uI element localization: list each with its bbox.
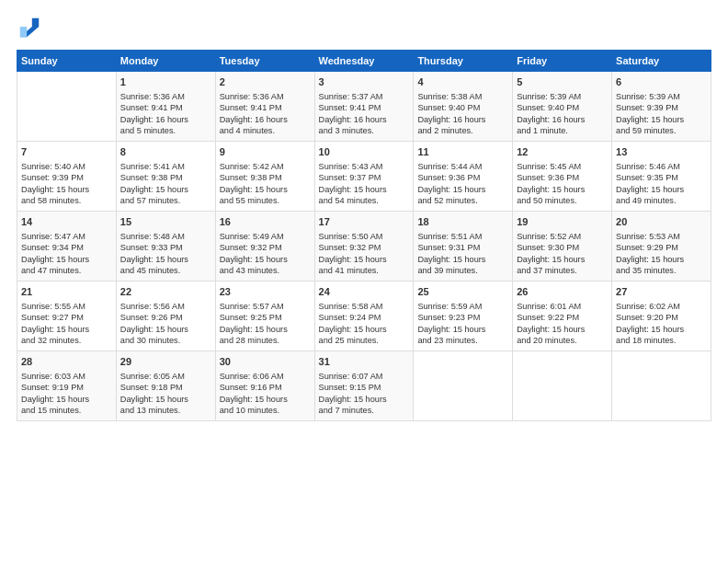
cell-line: Daylight: 15 hours xyxy=(417,184,508,195)
cell-line: Sunrise: 6:03 AM xyxy=(21,371,112,382)
cell-line: and 57 minutes. xyxy=(120,195,211,206)
calendar-cell: 9Sunrise: 5:42 AMSunset: 9:38 PMDaylight… xyxy=(215,142,314,212)
col-header-friday: Friday xyxy=(513,51,612,72)
day-number: 10 xyxy=(319,145,410,159)
calendar-cell: 27Sunrise: 6:02 AMSunset: 9:20 PMDayligh… xyxy=(612,282,711,351)
cell-line: Daylight: 15 hours xyxy=(120,184,211,195)
day-number: 11 xyxy=(417,145,508,159)
day-number: 15 xyxy=(120,215,211,229)
col-header-tuesday: Tuesday xyxy=(215,51,314,72)
svg-marker-0 xyxy=(32,18,39,27)
week-row-1: 1Sunrise: 5:36 AMSunset: 9:41 PMDaylight… xyxy=(17,72,711,142)
cell-line: and 45 minutes. xyxy=(120,265,211,276)
cell-line: Sunset: 9:40 PM xyxy=(417,102,508,113)
calendar-cell: 21Sunrise: 5:55 AMSunset: 9:27 PMDayligh… xyxy=(17,282,117,351)
cell-line: Sunrise: 5:39 AM xyxy=(616,91,707,102)
cell-line: and 2 minutes. xyxy=(417,125,508,136)
week-row-3: 14Sunrise: 5:47 AMSunset: 9:34 PMDayligh… xyxy=(17,212,711,282)
cell-line: Sunset: 9:26 PM xyxy=(120,312,211,323)
cell-line: Daylight: 15 hours xyxy=(21,394,112,405)
cell-line: Sunrise: 5:44 AM xyxy=(417,161,508,172)
day-number: 2 xyxy=(220,75,311,89)
cell-line: Sunrise: 5:51 AM xyxy=(417,231,508,242)
calendar-cell xyxy=(17,72,117,142)
cell-line: Daylight: 15 hours xyxy=(517,254,608,265)
cell-line: Sunrise: 5:43 AM xyxy=(319,161,410,172)
cell-line: Sunrise: 5:56 AM xyxy=(120,301,211,312)
week-row-5: 28Sunrise: 6:03 AMSunset: 9:19 PMDayligh… xyxy=(17,351,711,421)
cell-line: Sunrise: 5:41 AM xyxy=(120,161,211,172)
cell-line: Sunrise: 5:58 AM xyxy=(319,301,410,312)
cell-line: Sunrise: 5:55 AM xyxy=(21,301,112,312)
day-number: 21 xyxy=(21,285,112,299)
cell-line: Sunset: 9:16 PM xyxy=(220,382,311,393)
calendar-cell: 28Sunrise: 6:03 AMSunset: 9:19 PMDayligh… xyxy=(17,351,117,421)
cell-line: Sunset: 9:38 PM xyxy=(120,172,211,183)
calendar-cell: 29Sunrise: 6:05 AMSunset: 9:18 PMDayligh… xyxy=(116,351,215,421)
cell-line: and 35 minutes. xyxy=(616,265,707,276)
cell-line: Sunset: 9:27 PM xyxy=(21,312,112,323)
cell-line: Sunset: 9:23 PM xyxy=(417,312,508,323)
cell-line: and 49 minutes. xyxy=(616,195,707,206)
cell-line: and 43 minutes. xyxy=(220,265,311,276)
cell-line: Daylight: 15 hours xyxy=(120,254,211,265)
cell-line: and 15 minutes. xyxy=(21,405,112,416)
calendar-cell: 13Sunrise: 5:46 AMSunset: 9:35 PMDayligh… xyxy=(612,142,711,212)
cell-line: and 28 minutes. xyxy=(220,335,311,346)
cell-line: Sunrise: 6:01 AM xyxy=(517,301,608,312)
cell-line: Sunrise: 5:36 AM xyxy=(220,91,311,102)
cell-line: Sunset: 9:22 PM xyxy=(517,312,608,323)
col-header-wednesday: Wednesday xyxy=(314,51,414,72)
calendar-cell: 3Sunrise: 5:37 AMSunset: 9:41 PMDaylight… xyxy=(314,72,414,142)
cell-line: Sunset: 9:32 PM xyxy=(220,242,311,253)
day-number: 31 xyxy=(319,355,410,369)
cell-line: Sunrise: 5:52 AM xyxy=(517,231,608,242)
calendar-cell: 19Sunrise: 5:52 AMSunset: 9:30 PMDayligh… xyxy=(513,212,612,282)
col-header-thursday: Thursday xyxy=(414,51,513,72)
cell-line: Sunset: 9:20 PM xyxy=(616,312,707,323)
day-number: 7 xyxy=(21,145,112,159)
day-number: 3 xyxy=(319,75,410,89)
day-number: 16 xyxy=(220,215,311,229)
cell-line: Daylight: 15 hours xyxy=(616,324,707,335)
cell-line: and 1 minute. xyxy=(517,125,608,136)
cell-line: Sunset: 9:34 PM xyxy=(21,242,112,253)
calendar-cell: 8Sunrise: 5:41 AMSunset: 9:38 PMDaylight… xyxy=(116,142,215,212)
calendar-cell: 7Sunrise: 5:40 AMSunset: 9:39 PMDaylight… xyxy=(17,142,117,212)
cell-line: Sunset: 9:15 PM xyxy=(319,382,410,393)
cell-line: Daylight: 15 hours xyxy=(21,254,112,265)
cell-line: and 7 minutes. xyxy=(319,405,410,416)
cell-line: and 41 minutes. xyxy=(319,265,410,276)
calendar-table: SundayMondayTuesdayWednesdayThursdayFrid… xyxy=(17,50,711,421)
cell-line: Daylight: 15 hours xyxy=(120,394,211,405)
day-number: 20 xyxy=(616,215,707,229)
cell-line: Sunrise: 5:57 AM xyxy=(220,301,311,312)
day-number: 12 xyxy=(517,145,608,159)
cell-line: and 4 minutes. xyxy=(220,125,311,136)
calendar-cell: 11Sunrise: 5:44 AMSunset: 9:36 PMDayligh… xyxy=(414,142,513,212)
cell-line: and 39 minutes. xyxy=(417,265,508,276)
day-number: 13 xyxy=(616,145,707,159)
cell-line: Sunrise: 5:42 AM xyxy=(220,161,311,172)
day-number: 6 xyxy=(616,75,707,89)
calendar-cell: 15Sunrise: 5:48 AMSunset: 9:33 PMDayligh… xyxy=(116,212,215,282)
week-row-2: 7Sunrise: 5:40 AMSunset: 9:39 PMDaylight… xyxy=(17,142,711,212)
cell-line: and 5 minutes. xyxy=(120,125,211,136)
header-row: SundayMondayTuesdayWednesdayThursdayFrid… xyxy=(17,51,711,72)
day-number: 22 xyxy=(120,285,211,299)
cell-line: Sunset: 9:30 PM xyxy=(517,242,608,253)
cell-line: Sunset: 9:31 PM xyxy=(417,242,508,253)
cell-line: Daylight: 15 hours xyxy=(21,324,112,335)
cell-line: and 23 minutes. xyxy=(417,335,508,346)
cell-line: Sunrise: 5:39 AM xyxy=(517,91,608,102)
cell-line: Daylight: 15 hours xyxy=(517,184,608,195)
cell-line: and 59 minutes. xyxy=(616,125,707,136)
cell-line: Sunrise: 5:36 AM xyxy=(120,91,211,102)
cell-line: and 50 minutes. xyxy=(517,195,608,206)
calendar-cell: 24Sunrise: 5:58 AMSunset: 9:24 PMDayligh… xyxy=(314,282,414,351)
page: SundayMondayTuesdayWednesdayThursdayFrid… xyxy=(0,0,728,563)
calendar-cell: 14Sunrise: 5:47 AMSunset: 9:34 PMDayligh… xyxy=(17,212,117,282)
day-number: 5 xyxy=(517,75,608,89)
cell-line: Sunset: 9:39 PM xyxy=(616,102,707,113)
cell-line: Daylight: 16 hours xyxy=(220,114,311,125)
